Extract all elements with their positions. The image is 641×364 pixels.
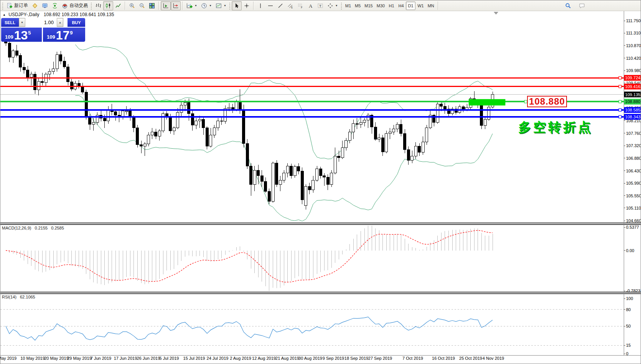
timeframe-mn-button[interactable]: MN <box>426 2 436 10</box>
svg-text:109.724: 109.724 <box>625 75 641 80</box>
toolbar-separator <box>158 2 159 10</box>
svg-text:80: 80 <box>626 307 631 312</box>
fibonacci-button[interactable]: F <box>295 1 305 10</box>
buy-price-display[interactable]: 109 17 9 <box>43 28 85 42</box>
volume-increase-button[interactable]: ▴ <box>57 18 63 26</box>
timeframe-d1-button[interactable]: D1 <box>406 2 415 10</box>
volume-decrease-button[interactable]: ▾ <box>19 18 25 26</box>
horizontal-line-icon <box>267 3 274 9</box>
auto-scroll-icon <box>163 3 169 9</box>
text-label-button[interactable]: T <box>315 1 325 10</box>
sell-button[interactable]: SELL <box>1 18 19 27</box>
cursor-button[interactable] <box>232 1 242 10</box>
chat-button[interactable] <box>577 1 587 10</box>
timeframe-w1-button[interactable]: W1 <box>415 2 426 10</box>
search-button[interactable] <box>563 1 573 10</box>
indicators-add-button[interactable]: ▼ <box>185 1 199 10</box>
periods-clock-button[interactable]: ▼ <box>199 1 214 10</box>
chart-shift-button[interactable] <box>171 1 181 10</box>
toolbar-drag-handle[interactable] <box>229 2 231 10</box>
zoom-in-button[interactable] <box>127 1 137 10</box>
svg-text:F: F <box>301 6 302 9</box>
chart-shift-icon <box>173 3 179 9</box>
timeframe-m15-button[interactable]: M15 <box>363 2 374 10</box>
svg-text:107.760: 107.760 <box>626 131 641 136</box>
candlestick-chart-button[interactable] <box>103 1 113 10</box>
price-chart-canvas[interactable]: 111.750111.310110.870110.420109.980109.5… <box>0 11 641 364</box>
green-signal-icon <box>52 3 58 9</box>
toolbar-drag-handle[interactable] <box>340 2 342 10</box>
zoom-out-button[interactable] <box>137 1 147 10</box>
text-icon: A <box>307 3 313 9</box>
line-handle[interactable] <box>619 115 621 118</box>
line-handle[interactable] <box>619 77 621 79</box>
templates-icon <box>216 3 222 9</box>
svg-text:104.660: 104.660 <box>626 218 641 223</box>
autotrading-button[interactable]: 自动交易 <box>60 1 90 10</box>
toolbar-drag-handle[interactable] <box>90 2 92 10</box>
svg-text:110.420: 110.420 <box>626 56 641 61</box>
trendline-button[interactable] <box>275 1 285 10</box>
timeframe-h4-button[interactable]: H4 <box>396 2 406 10</box>
sell-price-display[interactable]: 109 13 5 <box>1 28 42 42</box>
svg-text:15: 15 <box>626 343 631 348</box>
crosshair-button[interactable] <box>242 1 252 10</box>
svg-text:16 Oct 2019: 16 Oct 2019 <box>432 356 455 361</box>
arrows-button[interactable]: ▼ <box>325 1 340 10</box>
svg-text:105.550: 105.550 <box>626 193 641 198</box>
line-handle[interactable] <box>619 109 621 111</box>
zoom-out-icon <box>139 3 145 9</box>
chevron-down-icon: ▼ <box>209 4 212 7</box>
new-order-button[interactable]: 新订单 <box>5 1 30 10</box>
equidistant-channel-button[interactable]: E <box>285 1 295 10</box>
cursor-icon <box>234 3 240 9</box>
line-handle[interactable] <box>619 100 621 103</box>
chart-window[interactable]: 111.750111.310110.870110.420109.980109.5… <box>0 11 641 364</box>
svg-text:29 May 2019: 29 May 2019 <box>67 356 92 361</box>
line-handle[interactable] <box>619 85 621 88</box>
svg-text:E: E <box>291 6 293 8</box>
auto-scroll-button[interactable] <box>161 1 171 10</box>
svg-text:26 Jun 2019: 26 Jun 2019 <box>137 356 160 361</box>
svg-text:109.135: 109.135 <box>625 92 641 97</box>
new-order-label: 新订单 <box>14 2 28 9</box>
periods-clock-icon <box>201 3 207 9</box>
svg-text:20 May 2019: 20 May 2019 <box>44 356 69 361</box>
svg-text:0.00: 0.00 <box>626 248 634 253</box>
sell-pip-fraction: 5 <box>28 30 31 36</box>
svg-text:50: 50 <box>626 324 631 328</box>
svg-text:21 Aug 2019: 21 Aug 2019 <box>275 356 299 361</box>
line-chart-icon <box>115 3 121 9</box>
new-order-icon <box>7 3 13 9</box>
line-handle[interactable] <box>524 100 527 103</box>
one-click-trading-panel: SELL ▾ ▴ BUY 109 13 5 109 <box>1 18 85 42</box>
sell-pips: 13 <box>14 30 28 41</box>
toolbar-separator <box>253 2 254 10</box>
buy-button[interactable]: BUY <box>68 18 85 27</box>
vertical-line-button[interactable] <box>255 1 265 10</box>
autotrading-label: 自动交易 <box>69 2 88 9</box>
timeframe-m30-button[interactable]: M30 <box>375 2 387 10</box>
horizontal-line-button[interactable] <box>265 1 275 10</box>
volume-input[interactable] <box>25 18 57 27</box>
bar-chart-button[interactable] <box>93 1 103 10</box>
text-button[interactable]: A <box>305 1 315 10</box>
toolbar-drag-handle[interactable] <box>2 2 3 10</box>
timeframe-h1-button[interactable]: H1 <box>387 2 396 10</box>
svg-text:107.320: 107.320 <box>626 143 641 148</box>
blue-monitor-button[interactable] <box>40 1 50 10</box>
zoom-in-icon <box>129 3 135 9</box>
supply-zone-highlight[interactable] <box>469 99 506 106</box>
vertical-line-icon <box>257 3 264 9</box>
templates-button[interactable]: ▼ <box>214 1 228 10</box>
tile-windows-button[interactable] <box>147 1 157 10</box>
toolbar: 新订单自动交易▼▼▼EFAT▼M1M5M15M30H1H4D1W1MN <box>0 0 641 11</box>
svg-text:110.870: 110.870 <box>626 43 641 48</box>
timeframe-m5-button[interactable]: M5 <box>353 2 363 10</box>
timeframe-m1-button[interactable]: M1 <box>343 2 353 10</box>
svg-text:111.750: 111.750 <box>626 18 641 23</box>
svg-text:May 2019: May 2019 <box>0 356 16 361</box>
line-chart-button[interactable] <box>113 1 123 10</box>
green-signal-button[interactable] <box>50 1 60 10</box>
yellow-lamp-button[interactable] <box>30 1 40 10</box>
